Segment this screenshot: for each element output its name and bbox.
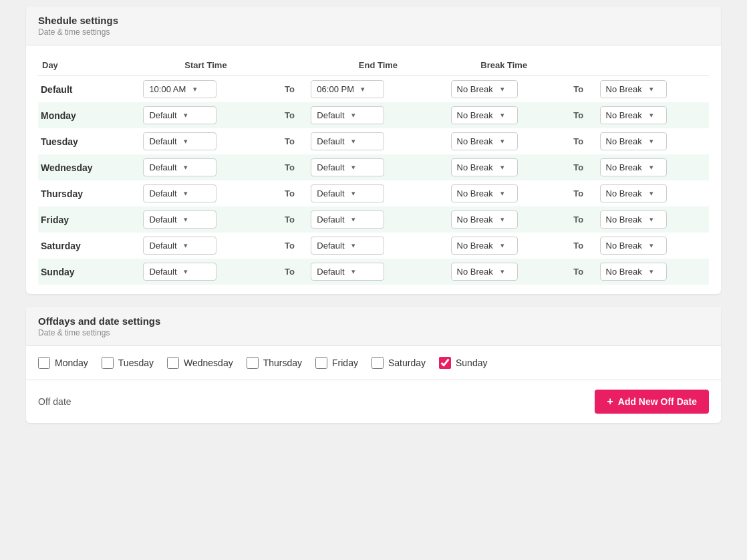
break1-cell: No Break▾ (448, 76, 560, 103)
schedule-card-body: Day Start Time End Time Break Time Defau… (26, 45, 721, 294)
chevron-down-icon: ▾ (347, 137, 359, 146)
start-time-select[interactable]: Default (144, 107, 180, 124)
break1-cell: No Break▾ (448, 128, 560, 154)
break2-select[interactable]: No Break (601, 237, 645, 254)
chevron-down-icon: ▾ (180, 267, 192, 276)
break2-cell: No Break▾ (597, 154, 709, 180)
table-row: TuesdayDefault▾ToDefault▾No Break▾ToNo B… (38, 128, 709, 154)
start-time-cell: Default▾ (140, 128, 271, 154)
break2-select[interactable]: No Break (601, 107, 645, 124)
chevron-down-icon: ▾ (645, 85, 657, 94)
chevron-down-icon: ▾ (496, 137, 508, 146)
end-time-cell: Default▾ (308, 259, 448, 285)
offday-label: Sunday (456, 358, 487, 368)
end-time-cell: Default▾ (308, 233, 448, 259)
start-time-select[interactable]: Default (144, 159, 180, 176)
start-time-select[interactable]: Default (144, 237, 180, 254)
header-end-time: End Time (308, 55, 448, 76)
start-time-select[interactable]: Default (144, 211, 180, 228)
end-time-select[interactable]: Default (311, 133, 347, 150)
chevron-down-icon: ▾ (180, 241, 192, 250)
to-label-1: To (271, 206, 309, 233)
chevron-down-icon: ▾ (645, 163, 657, 172)
break2-select[interactable]: No Break (601, 133, 645, 150)
offday-label: Wednesday (184, 358, 233, 368)
table-row: FridayDefault▾ToDefault▾No Break▾ToNo Br… (38, 206, 709, 233)
offdays-header: Offdays and date settings Date & time se… (26, 307, 721, 346)
offday-checkbox-item[interactable]: Sunday (439, 357, 487, 369)
start-time-cell: Default▾ (140, 180, 271, 206)
end-time-select[interactable]: Default (311, 185, 347, 202)
checkbox-monday[interactable] (38, 357, 50, 369)
add-button-label: Add New Off Date (618, 396, 697, 407)
day-cell: Default (38, 76, 140, 103)
chevron-down-icon: ▾ (347, 215, 359, 224)
header-to2 (560, 55, 597, 76)
break1-select[interactable]: No Break (452, 159, 496, 176)
checkbox-tuesday[interactable] (102, 357, 114, 369)
header-day: Day (38, 55, 140, 76)
to-label-1: To (271, 102, 309, 128)
chevron-down-icon: ▾ (347, 267, 359, 276)
break1-select[interactable]: No Break (452, 81, 496, 98)
break1-select[interactable]: No Break (452, 185, 496, 202)
chevron-down-icon: ▾ (357, 85, 369, 94)
offday-checkbox-item[interactable]: Monday (38, 357, 88, 369)
offday-checkbox-item[interactable]: Friday (315, 357, 358, 369)
break2-select[interactable]: No Break (601, 159, 645, 176)
offday-label: Tuesday (118, 358, 154, 368)
checkbox-saturday[interactable] (371, 357, 384, 369)
break2-select[interactable]: No Break (601, 263, 645, 280)
end-time-select[interactable]: Default (311, 107, 347, 124)
end-time-select[interactable]: Default (311, 237, 347, 254)
start-time-select[interactable]: Default (144, 133, 180, 150)
schedule-subtitle: Date & time settings (38, 27, 709, 37)
chevron-down-icon: ▾ (496, 163, 508, 172)
start-time-select[interactable]: Default (144, 185, 180, 202)
offday-label: Thursday (263, 358, 302, 368)
break2-select[interactable]: No Break (601, 185, 645, 202)
offday-checkbox-item[interactable]: Thursday (247, 357, 302, 369)
day-cell: Saturday (38, 233, 140, 259)
header-break2 (597, 55, 709, 76)
break1-select[interactable]: No Break (452, 133, 496, 150)
checkbox-friday[interactable] (315, 357, 327, 369)
end-time-select[interactable]: Default (311, 159, 347, 176)
end-time-select[interactable]: Default (311, 263, 347, 280)
offday-checkbox-item[interactable]: Tuesday (102, 357, 154, 369)
checkbox-sunday[interactable] (439, 357, 451, 369)
to-label-1: To (271, 233, 309, 259)
start-time-select[interactable]: Default (144, 263, 180, 280)
header-to1 (271, 55, 309, 76)
break1-select[interactable]: No Break (452, 211, 496, 228)
off-date-label: Off date (38, 396, 71, 407)
off-date-body: Off date + Add New Off Date (26, 380, 721, 423)
break1-cell: No Break▾ (448, 180, 560, 206)
break1-select[interactable]: No Break (452, 237, 496, 254)
break1-select[interactable]: No Break (452, 263, 496, 280)
end-time-cell: Default▾ (308, 102, 448, 128)
break1-cell: No Break▾ (448, 102, 560, 128)
break2-select[interactable]: No Break (601, 81, 645, 98)
chevron-down-icon: ▾ (496, 241, 508, 250)
chevron-down-icon: ▾ (645, 189, 657, 198)
break2-cell: No Break▾ (597, 180, 709, 206)
end-time-cell: Default▾ (308, 154, 448, 180)
end-time-select[interactable]: 06:00 PM (311, 81, 357, 98)
break1-select[interactable]: No Break (452, 107, 496, 124)
start-time-cell: 10:00 AM▾ (140, 76, 271, 103)
break2-select[interactable]: No Break (601, 211, 645, 228)
end-time-cell: Default▾ (308, 206, 448, 233)
offday-checkbox-item[interactable]: Wednesday (167, 357, 233, 369)
chevron-down-icon: ▾ (347, 189, 359, 198)
end-time-select[interactable]: Default (311, 211, 347, 228)
offday-checkbox-item[interactable]: Saturday (371, 357, 426, 369)
day-cell: Sunday (38, 259, 140, 285)
break2-cell: No Break▾ (597, 206, 709, 233)
checkbox-thursday[interactable] (247, 357, 259, 369)
checkbox-wednesday[interactable] (167, 357, 179, 369)
start-time-select[interactable]: 10:00 AM (144, 81, 189, 98)
add-new-off-date-button[interactable]: + Add New Off Date (595, 390, 709, 414)
schedule-table: Day Start Time End Time Break Time Defau… (38, 55, 709, 285)
chevron-down-icon: ▾ (496, 111, 508, 120)
